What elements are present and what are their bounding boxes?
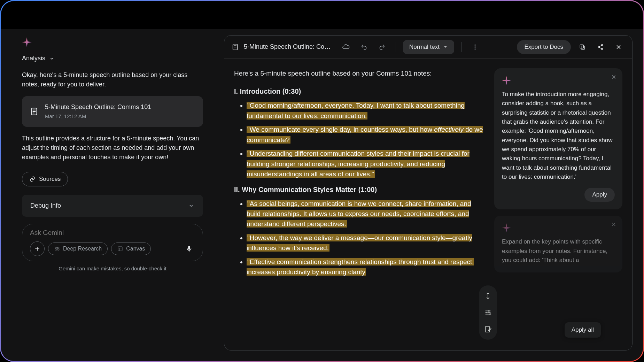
- suggestions-column: To make the introduction more engaging, …: [494, 68, 622, 340]
- chat-panel: Analysis Okay, here's a 5-minute speech …: [1, 29, 224, 361]
- svg-point-13: [474, 46, 475, 47]
- sources-button[interactable]: Sources: [22, 172, 68, 186]
- svg-rect-16: [580, 45, 583, 48]
- canvas-side-toolbar: [479, 285, 497, 340]
- debug-info-toggle[interactable]: Debug Info: [22, 195, 203, 217]
- svg-rect-7: [118, 247, 122, 251]
- close-button[interactable]: [612, 40, 625, 54]
- apply-all-button[interactable]: Apply all: [565, 322, 601, 338]
- atom-icon: [54, 246, 60, 252]
- doc-heading-1: I. Introduction (0:30): [234, 86, 484, 97]
- copy-button[interactable]: [576, 40, 589, 54]
- analysis-label: Analysis: [22, 55, 45, 62]
- response-desc: This outline provides a structure for a …: [22, 134, 203, 162]
- document-card[interactable]: 5-Minute Speech Outline: Comms 101 Mar 1…: [22, 96, 203, 127]
- deep-research-chip[interactable]: Deep Research: [48, 242, 108, 255]
- canvas-panel: 5-Minute Speech Outline: Comm… Normal te…: [224, 35, 633, 351]
- doc-intro: Here's a 5-minute speech outline based o…: [234, 68, 484, 78]
- copy-icon: [579, 44, 586, 51]
- share-button[interactable]: [594, 40, 607, 54]
- separator: [396, 42, 396, 52]
- svg-rect-8: [188, 246, 190, 249]
- list-item: "Good morning/afternoon, everyone. Today…: [247, 100, 484, 121]
- length-slider-button[interactable]: [481, 289, 495, 303]
- caret-down-icon: [443, 45, 448, 49]
- canvas-title: 5-Minute Speech Outline: Comm…: [244, 43, 334, 51]
- chevron-down-icon: [49, 55, 55, 62]
- prompt-input-container: Deep Research Canvas: [22, 224, 203, 261]
- response-intro: Okay, here's a 5-minute speech outline b…: [22, 70, 203, 89]
- gemini-spark-icon: [502, 223, 511, 232]
- list-item: "Understanding different communication s…: [247, 148, 484, 179]
- list-item: "Effective communication strengthens rel…: [247, 257, 484, 277]
- doc-heading-2: II. Why Communication Styles Matter (1:0…: [234, 184, 484, 195]
- suggestion-text: Expand on the key points with specific e…: [502, 237, 615, 265]
- dismiss-suggestion-button[interactable]: [611, 221, 617, 228]
- disclaimer-text: Gemini can make mistakes, so double-chec…: [22, 265, 203, 271]
- gemini-spark-icon: [22, 37, 32, 47]
- text-style-dropdown[interactable]: Normal text: [403, 40, 454, 54]
- more-button[interactable]: [468, 40, 482, 54]
- length-icon: [484, 292, 492, 300]
- document-icon: [231, 43, 239, 51]
- tune-button[interactable]: [481, 306, 495, 319]
- sources-label: Sources: [39, 176, 61, 183]
- more-vert-icon: [472, 44, 479, 51]
- doc-card-meta: Mar 17, 12:12 AM: [45, 113, 151, 121]
- close-icon: [611, 74, 617, 80]
- doc-card-title: 5-Minute Speech Outline: Comms 101: [45, 102, 151, 112]
- chevron-down-icon: [188, 202, 195, 209]
- redo-icon: [379, 44, 386, 51]
- gemini-spark-icon: [502, 76, 511, 85]
- mic-icon: [185, 245, 193, 253]
- suggestion-card[interactable]: Expand on the key points with specific e…: [494, 216, 622, 272]
- canvas-icon: [117, 246, 123, 252]
- add-button[interactable]: [30, 241, 45, 256]
- export-to-docs-button[interactable]: Export to Docs: [517, 40, 571, 54]
- close-icon: [611, 221, 617, 228]
- list-item: "However, the way we deliver a message—o…: [247, 233, 484, 253]
- separator: [461, 42, 461, 52]
- debug-label: Debug Info: [30, 201, 61, 210]
- plus-icon: [34, 245, 41, 252]
- svg-point-4: [57, 248, 58, 249]
- redo-button[interactable]: [375, 40, 389, 54]
- canvas-toolbar: 5-Minute Speech Outline: Comm… Normal te…: [224, 36, 632, 59]
- prompt-input[interactable]: [30, 229, 196, 237]
- document-content[interactable]: Here's a 5-minute speech outline based o…: [234, 68, 487, 340]
- analysis-toggle[interactable]: Analysis: [22, 55, 203, 62]
- suggestion-card[interactable]: To make the introduction more engaging, …: [494, 68, 622, 209]
- sliders-icon: [484, 309, 492, 316]
- share-icon: [597, 44, 604, 51]
- cloud-icon: [342, 43, 350, 51]
- close-icon: [615, 44, 622, 51]
- mic-button[interactable]: [182, 241, 196, 256]
- cloud-sync-button[interactable]: [339, 40, 352, 54]
- link-icon: [29, 176, 36, 182]
- apply-button[interactable]: Apply: [584, 188, 615, 202]
- svg-rect-15: [581, 46, 585, 49]
- document-icon: [30, 107, 39, 116]
- canvas-chip[interactable]: Canvas: [111, 242, 151, 255]
- suggestion-text: To make the introduction more engaging, …: [502, 90, 615, 182]
- svg-point-14: [474, 48, 475, 49]
- list-item: "We communicate every single day, in cou…: [247, 124, 484, 145]
- suggest-edits-button[interactable]: [481, 322, 495, 336]
- undo-icon: [360, 44, 367, 51]
- edit-doc-icon: [484, 325, 492, 333]
- undo-button[interactable]: [357, 40, 371, 54]
- dismiss-suggestion-button[interactable]: [611, 74, 617, 80]
- list-item: "As social beings, communication is how …: [247, 199, 484, 229]
- svg-point-12: [474, 44, 475, 45]
